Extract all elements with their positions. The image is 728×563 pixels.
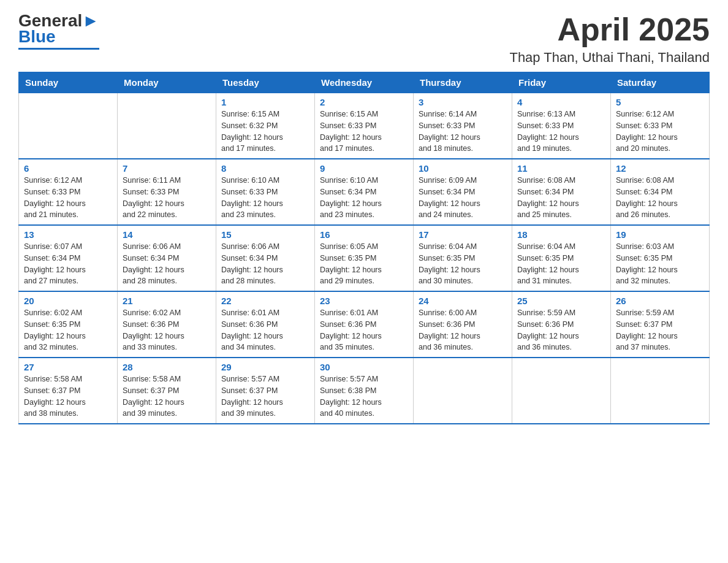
day-number: 5: [616, 97, 704, 107]
table-row: 10Sunrise: 6:09 AMSunset: 6:34 PMDayligh…: [414, 159, 512, 225]
calendar-week-row: 1Sunrise: 6:15 AMSunset: 6:32 PMDaylight…: [19, 93, 710, 159]
day-info: Sunrise: 6:10 AMSunset: 6:34 PMDaylight:…: [320, 175, 408, 221]
day-number: 6: [24, 163, 112, 174]
table-row: 16Sunrise: 6:05 AMSunset: 6:35 PMDayligh…: [315, 225, 414, 291]
day-number: 23: [320, 296, 408, 306]
page-header: General► Blue April 2025 Thap Than, Utha…: [18, 12, 710, 66]
table-row: 12Sunrise: 6:08 AMSunset: 6:34 PMDayligh…: [611, 159, 710, 225]
calendar-week-row: 27Sunrise: 5:58 AMSunset: 6:37 PMDayligh…: [19, 358, 710, 424]
calendar-header-row: Sunday Monday Tuesday Wednesday Thursday…: [19, 72, 710, 93]
calendar-week-row: 20Sunrise: 6:02 AMSunset: 6:35 PMDayligh…: [19, 291, 710, 358]
day-number: 26: [616, 296, 704, 306]
day-info: Sunrise: 6:04 AMSunset: 6:35 PMDaylight:…: [419, 241, 507, 287]
table-row: 7Sunrise: 6:11 AMSunset: 6:33 PMDaylight…: [118, 159, 216, 225]
table-row: 3Sunrise: 6:14 AMSunset: 6:33 PMDaylight…: [414, 93, 512, 159]
day-info: Sunrise: 6:14 AMSunset: 6:33 PMDaylight:…: [419, 109, 507, 155]
day-number: 3: [419, 97, 507, 107]
day-info: Sunrise: 6:03 AMSunset: 6:35 PMDaylight:…: [616, 241, 704, 287]
day-info: Sunrise: 6:15 AMSunset: 6:33 PMDaylight:…: [320, 109, 408, 155]
table-row: 5Sunrise: 6:12 AMSunset: 6:33 PMDaylight…: [611, 93, 710, 159]
table-row: 30Sunrise: 5:57 AMSunset: 6:38 PMDayligh…: [315, 358, 414, 424]
table-row: 14Sunrise: 6:06 AMSunset: 6:34 PMDayligh…: [118, 225, 216, 291]
day-info: Sunrise: 6:06 AMSunset: 6:34 PMDaylight:…: [123, 241, 211, 287]
table-row: 1Sunrise: 6:15 AMSunset: 6:32 PMDaylight…: [216, 93, 315, 159]
table-row: 22Sunrise: 6:01 AMSunset: 6:36 PMDayligh…: [216, 291, 315, 358]
day-number: 12: [616, 163, 704, 174]
col-thursday: Thursday: [414, 72, 512, 93]
logo-underline: [18, 48, 99, 50]
day-number: 9: [320, 163, 408, 174]
col-tuesday: Tuesday: [216, 72, 315, 93]
day-info: Sunrise: 6:04 AMSunset: 6:35 PMDaylight:…: [517, 241, 605, 287]
day-info: Sunrise: 5:58 AMSunset: 6:37 PMDaylight:…: [24, 373, 112, 419]
day-info: Sunrise: 5:59 AMSunset: 6:36 PMDaylight:…: [517, 307, 605, 353]
calendar-week-row: 6Sunrise: 6:12 AMSunset: 6:33 PMDaylight…: [19, 159, 710, 225]
table-row: 9Sunrise: 6:10 AMSunset: 6:34 PMDaylight…: [315, 159, 414, 225]
day-number: 21: [123, 296, 211, 306]
day-info: Sunrise: 6:11 AMSunset: 6:33 PMDaylight:…: [123, 175, 211, 221]
table-row: [414, 358, 512, 424]
table-row: 19Sunrise: 6:03 AMSunset: 6:35 PMDayligh…: [611, 225, 710, 291]
calendar-week-row: 13Sunrise: 6:07 AMSunset: 6:34 PMDayligh…: [19, 225, 710, 291]
day-number: 7: [123, 163, 211, 174]
table-row: 4Sunrise: 6:13 AMSunset: 6:33 PMDaylight…: [512, 93, 611, 159]
col-wednesday: Wednesday: [315, 72, 414, 93]
col-saturday: Saturday: [611, 72, 710, 93]
logo: General► Blue: [18, 12, 99, 50]
logo-blue-text: ►: [82, 11, 99, 30]
day-number: 27: [24, 362, 112, 372]
table-row: [512, 358, 611, 424]
day-info: Sunrise: 6:13 AMSunset: 6:33 PMDaylight:…: [517, 109, 605, 155]
col-friday: Friday: [512, 72, 611, 93]
table-row: 29Sunrise: 5:57 AMSunset: 6:37 PMDayligh…: [216, 358, 315, 424]
day-info: Sunrise: 6:06 AMSunset: 6:34 PMDaylight:…: [221, 241, 309, 287]
table-row: 20Sunrise: 6:02 AMSunset: 6:35 PMDayligh…: [19, 291, 118, 358]
col-sunday: Sunday: [19, 72, 118, 93]
day-info: Sunrise: 6:10 AMSunset: 6:33 PMDaylight:…: [221, 175, 309, 221]
day-number: 14: [123, 229, 211, 240]
table-row: 28Sunrise: 5:58 AMSunset: 6:37 PMDayligh…: [118, 358, 216, 424]
day-info: Sunrise: 5:59 AMSunset: 6:37 PMDaylight:…: [616, 307, 704, 353]
day-number: 18: [517, 229, 605, 240]
day-number: 10: [419, 163, 507, 174]
table-row: 6Sunrise: 6:12 AMSunset: 6:33 PMDaylight…: [19, 159, 118, 225]
page-subtitle: Thap Than, Uthai Thani, Thailand: [509, 50, 710, 66]
day-number: 20: [24, 296, 112, 306]
calendar-table: Sunday Monday Tuesday Wednesday Thursday…: [18, 72, 710, 424]
day-number: 28: [123, 362, 211, 372]
day-info: Sunrise: 6:15 AMSunset: 6:32 PMDaylight:…: [221, 109, 309, 155]
table-row: 18Sunrise: 6:04 AMSunset: 6:35 PMDayligh…: [512, 225, 611, 291]
day-number: 13: [24, 229, 112, 240]
day-info: Sunrise: 6:07 AMSunset: 6:34 PMDaylight:…: [24, 241, 112, 287]
col-monday: Monday: [118, 72, 216, 93]
day-info: Sunrise: 6:00 AMSunset: 6:36 PMDaylight:…: [419, 307, 507, 353]
day-number: 17: [419, 229, 507, 240]
day-info: Sunrise: 6:02 AMSunset: 6:35 PMDaylight:…: [24, 307, 112, 353]
day-info: Sunrise: 6:01 AMSunset: 6:36 PMDaylight:…: [221, 307, 309, 353]
table-row: 26Sunrise: 5:59 AMSunset: 6:37 PMDayligh…: [611, 291, 710, 358]
day-number: 24: [419, 296, 507, 306]
day-info: Sunrise: 6:05 AMSunset: 6:35 PMDaylight:…: [320, 241, 408, 287]
table-row: 17Sunrise: 6:04 AMSunset: 6:35 PMDayligh…: [414, 225, 512, 291]
day-number: 11: [517, 163, 605, 174]
table-row: 23Sunrise: 6:01 AMSunset: 6:36 PMDayligh…: [315, 291, 414, 358]
day-info: Sunrise: 6:01 AMSunset: 6:36 PMDaylight:…: [320, 307, 408, 353]
day-info: Sunrise: 6:08 AMSunset: 6:34 PMDaylight:…: [517, 175, 605, 221]
table-row: [118, 93, 216, 159]
logo-blue-line: Blue: [18, 27, 56, 47]
table-row: 2Sunrise: 6:15 AMSunset: 6:33 PMDaylight…: [315, 93, 414, 159]
day-number: 29: [221, 362, 309, 372]
day-number: 16: [320, 229, 408, 240]
day-number: 2: [320, 97, 408, 107]
day-number: 25: [517, 296, 605, 306]
day-number: 19: [616, 229, 704, 240]
day-number: 15: [221, 229, 309, 240]
day-info: Sunrise: 6:09 AMSunset: 6:34 PMDaylight:…: [419, 175, 507, 221]
day-info: Sunrise: 6:02 AMSunset: 6:36 PMDaylight:…: [123, 307, 211, 353]
day-number: 8: [221, 163, 309, 174]
day-info: Sunrise: 6:12 AMSunset: 6:33 PMDaylight:…: [616, 109, 704, 155]
day-info: Sunrise: 6:08 AMSunset: 6:34 PMDaylight:…: [616, 175, 704, 221]
table-row: 21Sunrise: 6:02 AMSunset: 6:36 PMDayligh…: [118, 291, 216, 358]
table-row: 27Sunrise: 5:58 AMSunset: 6:37 PMDayligh…: [19, 358, 118, 424]
table-row: 8Sunrise: 6:10 AMSunset: 6:33 PMDaylight…: [216, 159, 315, 225]
